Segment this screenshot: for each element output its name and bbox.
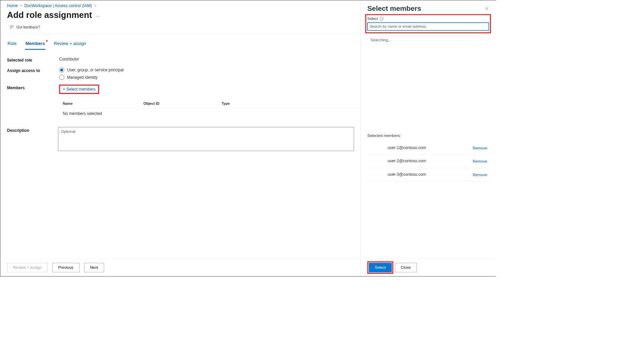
chevron-right-icon: > bbox=[20, 3, 22, 8]
select-members-panel: Select members Select i Searching... Sel… bbox=[360, 0, 496, 276]
more-actions-icon[interactable]: ··· bbox=[96, 11, 100, 19]
close-icon[interactable] bbox=[485, 6, 489, 10]
tab-role[interactable]: Role bbox=[7, 40, 17, 50]
member-email: user-2@contoso.com bbox=[369, 159, 426, 164]
selected-member-row: user-3@contoso.com Remove bbox=[367, 168, 489, 181]
feedback-link[interactable]: Got feedback? bbox=[17, 25, 40, 29]
footer-bar: Review + assign Previous Next bbox=[0, 259, 361, 276]
select-button[interactable]: Select bbox=[369, 263, 392, 272]
tab-review-assign[interactable]: Review + assign bbox=[53, 40, 87, 50]
breadcrumb-parent[interactable]: DocWorkspace | Access control (IAM) bbox=[24, 3, 92, 8]
members-empty-message: No members selected bbox=[59, 108, 361, 119]
members-table: Name Object ID Type No members selected bbox=[59, 99, 361, 119]
member-email: user-3@contoso.com bbox=[369, 172, 426, 177]
selected-role-value: Contributor bbox=[59, 57, 79, 63]
previous-button[interactable]: Previous bbox=[52, 263, 79, 272]
radio-managed-identity[interactable]: Managed identity bbox=[59, 75, 124, 80]
radio-managed-identity-label: Managed identity bbox=[67, 75, 98, 80]
selected-member-row: user-2@contoso.com Remove bbox=[367, 154, 489, 168]
remove-member-link[interactable]: Remove bbox=[473, 159, 487, 163]
radio-selected-icon bbox=[59, 67, 64, 72]
member-email: user-1@contoso.com bbox=[369, 145, 426, 150]
col-header-type: Type bbox=[221, 101, 287, 105]
radio-user-group-sp[interactable]: User, group, or service principal bbox=[59, 67, 124, 72]
selected-role-label: Selected role bbox=[7, 57, 59, 63]
radio-unselected-icon bbox=[59, 75, 64, 80]
description-textarea[interactable] bbox=[58, 127, 354, 151]
radio-user-group-sp-label: User, group, or service principal bbox=[67, 68, 124, 72]
select-label: Select bbox=[367, 17, 378, 21]
col-header-name: Name bbox=[63, 101, 144, 105]
highlight-box: Select i bbox=[365, 14, 491, 33]
member-search-input[interactable] bbox=[367, 22, 489, 31]
searching-text: Searching... bbox=[367, 34, 489, 45]
feedback-icon bbox=[9, 25, 14, 29]
tabs: Role Members Review + assign bbox=[7, 40, 354, 50]
select-members-link[interactable]: + Select members bbox=[63, 87, 96, 92]
chevron-right-icon: > bbox=[94, 3, 96, 8]
remove-member-link[interactable]: Remove bbox=[473, 172, 487, 176]
assign-access-label: Assign access to bbox=[7, 67, 59, 80]
highlight-box: + Select members bbox=[59, 85, 99, 94]
breadcrumb-home[interactable]: Home bbox=[7, 3, 18, 8]
members-label: Members bbox=[7, 85, 59, 94]
panel-title: Select members bbox=[367, 4, 421, 13]
col-header-objectid: Object ID bbox=[143, 101, 221, 105]
selected-members-label: Selected members: bbox=[367, 133, 489, 138]
highlight-box: Select bbox=[367, 261, 393, 274]
selected-member-row: user-1@contoso.com Remove bbox=[367, 141, 489, 154]
next-button[interactable]: Next bbox=[84, 263, 104, 272]
svg-point-0 bbox=[10, 25, 12, 27]
attention-dot-icon bbox=[46, 40, 48, 42]
plus-icon: + bbox=[63, 87, 66, 92]
review-assign-button[interactable]: Review + assign bbox=[7, 263, 48, 272]
close-button[interactable]: Close bbox=[395, 263, 417, 272]
description-label: Description bbox=[7, 127, 58, 151]
remove-member-link[interactable]: Remove bbox=[473, 146, 487, 150]
tab-members[interactable]: Members bbox=[25, 40, 46, 50]
page-title: Add role assignment bbox=[7, 10, 92, 20]
breadcrumb: Home > DocWorkspace | Access control (IA… bbox=[7, 3, 354, 8]
info-icon[interactable]: i bbox=[380, 17, 384, 21]
